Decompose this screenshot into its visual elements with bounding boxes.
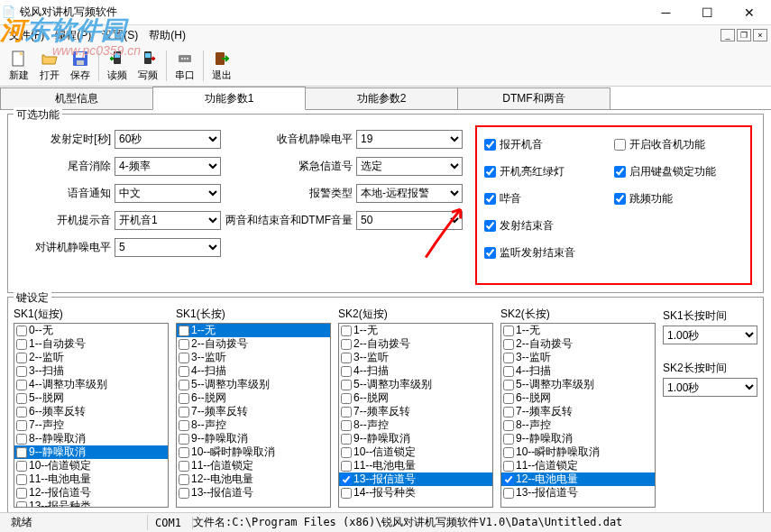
list-item-checkbox[interactable] xyxy=(341,447,352,458)
list-item-checkbox[interactable] xyxy=(503,447,514,458)
list-item-checkbox[interactable] xyxy=(503,366,514,377)
emerg-select[interactable]: 选定 xyxy=(356,157,463,176)
list-item[interactable]: 5--调整功率级别 xyxy=(501,378,655,391)
list-item-checkbox[interactable] xyxy=(503,339,514,350)
list-item[interactable]: 7--声控 xyxy=(14,418,168,432)
list-item[interactable]: 13--报信道号 xyxy=(177,486,330,500)
list-item[interactable]: 5--脱网 xyxy=(14,391,168,405)
list-item[interactable]: 5--调整功率级别 xyxy=(177,378,330,391)
list-item-checkbox[interactable] xyxy=(179,447,189,458)
com-button[interactable]: 串口 xyxy=(170,48,200,84)
list-item[interactable]: 0--无 xyxy=(14,324,168,337)
check-poweron-tone[interactable] xyxy=(484,139,496,151)
list-item-checkbox[interactable] xyxy=(503,407,514,417)
list-item[interactable]: 4--调整功率级别 xyxy=(14,378,168,391)
list-item-checkbox[interactable] xyxy=(179,326,189,336)
list-item[interactable]: 10--瞬时静噪取消 xyxy=(177,445,330,459)
list-item-checkbox[interactable] xyxy=(503,326,514,336)
list-item[interactable]: 3--扫描 xyxy=(14,364,168,378)
sk1-time-select[interactable]: 1.00秒 xyxy=(663,326,757,344)
list-item-checkbox[interactable] xyxy=(16,326,27,336)
list-item-checkbox[interactable] xyxy=(341,366,352,377)
list-item[interactable]: 11--电池电量 xyxy=(339,459,492,472)
mdi-close[interactable]: × xyxy=(753,29,767,41)
list-item[interactable]: 12--报信道号 xyxy=(14,486,168,500)
list-item-checkbox[interactable] xyxy=(16,380,27,390)
sk2-time-select[interactable]: 1.00秒 xyxy=(663,378,757,397)
list-item-checkbox[interactable] xyxy=(16,393,27,404)
menu-help[interactable]: 帮助(H) xyxy=(143,26,191,45)
list-item-checkbox[interactable] xyxy=(503,353,514,363)
list-item[interactable]: 7--频率反转 xyxy=(177,405,330,418)
sk2-long-list[interactable]: 1--无2--自动拨号3--监听4--扫描5--调整功率级别6--脱网7--频率… xyxy=(500,323,656,508)
list-item[interactable]: 4--扫描 xyxy=(501,364,655,378)
tab-params-1[interactable]: 功能参数1 xyxy=(152,87,306,110)
list-item-checkbox[interactable] xyxy=(179,339,189,350)
list-item[interactable]: 9--静噪取消 xyxy=(177,432,330,445)
check-beep[interactable] xyxy=(484,193,496,205)
tx-timer-select[interactable]: 60秒 xyxy=(115,130,221,149)
list-item[interactable]: 11--电池电量 xyxy=(14,472,168,486)
list-item-checkbox[interactable] xyxy=(503,488,514,499)
list-item[interactable]: 9--静噪取消 xyxy=(14,445,168,459)
list-item-checkbox[interactable] xyxy=(341,461,352,472)
list-item[interactable]: 13--报号种类 xyxy=(14,500,168,508)
list-item[interactable]: 1--自动拨号 xyxy=(14,337,168,351)
check-monitor-tx-end[interactable] xyxy=(484,247,496,259)
list-item[interactable]: 6--频率反转 xyxy=(14,405,168,418)
list-item[interactable]: 12--电池电量 xyxy=(177,472,330,486)
alarm-select[interactable]: 本地-远程报警 xyxy=(356,184,463,203)
list-item-checkbox[interactable] xyxy=(179,488,189,499)
sk2-short-list[interactable]: 1--无2--自动拨号3--监听4--扫描5--调整功率级别6--脱网7--频率… xyxy=(338,323,493,508)
list-item[interactable]: 2--自动拨号 xyxy=(501,337,655,351)
list-item[interactable]: 10--信道锁定 xyxy=(339,445,492,459)
list-item[interactable]: 8--声控 xyxy=(177,418,330,432)
open-button[interactable]: 打开 xyxy=(34,48,65,84)
mdi-minimize[interactable]: _ xyxy=(721,29,735,41)
list-item-checkbox[interactable] xyxy=(179,461,189,472)
list-item-checkbox[interactable] xyxy=(503,393,514,404)
tab-params-2[interactable]: 功能参数2 xyxy=(305,87,458,109)
list-item-checkbox[interactable] xyxy=(179,393,189,404)
list-item-checkbox[interactable] xyxy=(16,407,27,417)
read-button[interactable]: 读频 xyxy=(102,48,133,84)
sk1-long-list[interactable]: 1--无2--自动拨号3--监听4--扫描5--调整功率级别6--脱网7--频率… xyxy=(176,323,331,508)
list-item[interactable]: 3--监听 xyxy=(339,351,492,364)
list-item-checkbox[interactable] xyxy=(503,461,514,472)
list-item[interactable]: 6--脱网 xyxy=(501,391,655,405)
tab-dtmf[interactable]: DTMF和两音 xyxy=(457,87,610,109)
write-button[interactable]: 写频 xyxy=(133,48,163,84)
list-item[interactable]: 8--声控 xyxy=(339,418,492,432)
list-item[interactable]: 12--电池电量 xyxy=(501,472,655,486)
save-button[interactable]: 保存 xyxy=(65,48,96,84)
mdi-restore[interactable]: ❐ xyxy=(737,29,751,41)
exit-button[interactable]: 退出 xyxy=(207,48,237,84)
list-item-checkbox[interactable] xyxy=(179,366,189,377)
list-item[interactable]: 3--监听 xyxy=(177,351,330,364)
dtmf-select[interactable]: 50 xyxy=(356,211,463,230)
list-item-checkbox[interactable] xyxy=(341,393,352,404)
list-item[interactable]: 13--报信道号 xyxy=(501,486,655,500)
list-item-checkbox[interactable] xyxy=(179,474,189,485)
sq-select[interactable]: 5 xyxy=(115,238,221,257)
poweron-select[interactable]: 开机音1 xyxy=(115,211,221,230)
list-item[interactable]: 8--声控 xyxy=(501,418,655,432)
list-item-checkbox[interactable] xyxy=(16,420,27,431)
list-item-checkbox[interactable] xyxy=(341,339,352,350)
list-item-checkbox[interactable] xyxy=(179,407,189,417)
list-item[interactable]: 8--静噪取消 xyxy=(14,432,168,445)
list-item[interactable]: 11--信道锁定 xyxy=(177,459,330,472)
minimize-button[interactable]: ─ xyxy=(646,0,686,25)
list-item-checkbox[interactable] xyxy=(16,434,27,445)
list-item-checkbox[interactable] xyxy=(179,380,189,390)
list-item-checkbox[interactable] xyxy=(341,326,352,336)
list-item[interactable]: 2--监听 xyxy=(14,351,168,364)
list-item[interactable]: 4--扫描 xyxy=(339,364,492,378)
menu-program[interactable]: 编程(P) xyxy=(50,26,96,45)
menu-settings[interactable]: 设置(S) xyxy=(96,26,143,45)
menu-file[interactable]: 文件(F) xyxy=(4,26,50,45)
list-item-checkbox[interactable] xyxy=(341,353,352,363)
list-item[interactable]: 2--自动拨号 xyxy=(177,337,330,351)
list-item-checkbox[interactable] xyxy=(341,420,352,431)
list-item[interactable]: 10--瞬时静噪取消 xyxy=(501,445,655,459)
